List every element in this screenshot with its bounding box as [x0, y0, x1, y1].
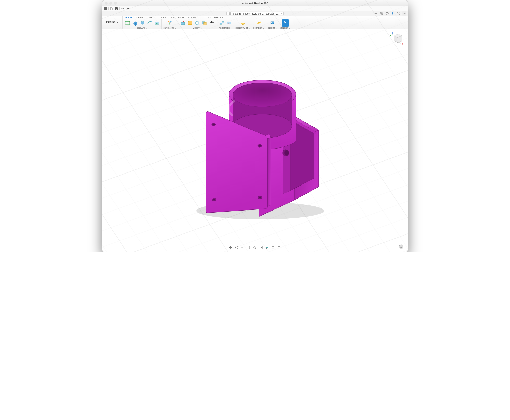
- svg-rect-12: [116, 9, 117, 10]
- window-controls: [105, 2, 117, 5]
- minimize-dot[interactable]: [109, 2, 112, 5]
- svg-point-71: [243, 247, 243, 248]
- svg-rect-8: [106, 9, 107, 10]
- fit-icon[interactable]: [259, 246, 263, 249]
- svg-rect-3: [104, 8, 105, 9]
- model[interactable]: [173, 50, 337, 223]
- svg-rect-0: [104, 7, 105, 8]
- save-button[interactable]: [115, 7, 118, 10]
- svg-point-51: [233, 83, 292, 107]
- file-button[interactable]: ▾: [110, 7, 113, 10]
- undo-button[interactable]: ↶▾: [121, 7, 124, 10]
- svg-point-70: [235, 247, 238, 248]
- svg-rect-4: [105, 8, 106, 9]
- svg-text:▾: ▾: [113, 9, 113, 10]
- svg-rect-5: [106, 8, 107, 9]
- nav-bar: ✥ ▾ ▾ ▾ ▾: [227, 245, 283, 250]
- svg-point-72: [254, 246, 255, 248]
- pan-icon[interactable]: [247, 246, 251, 249]
- svg-rect-77: [266, 248, 267, 249]
- ground-shadow-icon[interactable]: [399, 244, 404, 249]
- svg-point-69: [235, 246, 238, 249]
- svg-point-80: [399, 245, 403, 249]
- svg-point-54: [213, 123, 215, 125]
- close-dot[interactable]: [105, 2, 108, 5]
- separator: [119, 7, 120, 10]
- svg-rect-11: [116, 8, 117, 8]
- svg-line-73: [255, 248, 256, 249]
- grid-settings-icon[interactable]: ▾: [272, 246, 275, 249]
- svg-rect-75: [261, 247, 262, 248]
- orbit-icon[interactable]: [235, 246, 238, 249]
- look-icon[interactable]: [241, 246, 245, 249]
- viewcube[interactable]: FRONT z x: [390, 32, 403, 45]
- svg-rect-1: [105, 7, 106, 8]
- separator: [108, 7, 109, 10]
- zoom-icon[interactable]: ▾: [253, 246, 257, 249]
- orbit-type-icon[interactable]: ✥: [229, 246, 232, 249]
- svg-rect-6: [104, 9, 105, 10]
- display-icon[interactable]: ▾: [265, 246, 269, 249]
- app-window: Autodesk Fusion 360 ▾ ↶▾ ↷▾ shapr3d_expo…: [102, 0, 408, 252]
- svg-line-66: [390, 34, 392, 36]
- svg-point-62: [284, 150, 289, 156]
- apps-grid-icon[interactable]: [104, 7, 107, 10]
- viewport-layout-icon[interactable]: ▾: [278, 246, 281, 249]
- viewport[interactable]: FRONT z x ✥ ▾ ▾ ▾ ▾: [102, 29, 408, 252]
- svg-point-58: [213, 199, 215, 200]
- zoom-dot[interactable]: [114, 2, 117, 5]
- svg-rect-76: [266, 247, 268, 248]
- svg-rect-2: [106, 7, 107, 8]
- svg-rect-7: [105, 9, 106, 10]
- svg-point-60: [259, 196, 261, 198]
